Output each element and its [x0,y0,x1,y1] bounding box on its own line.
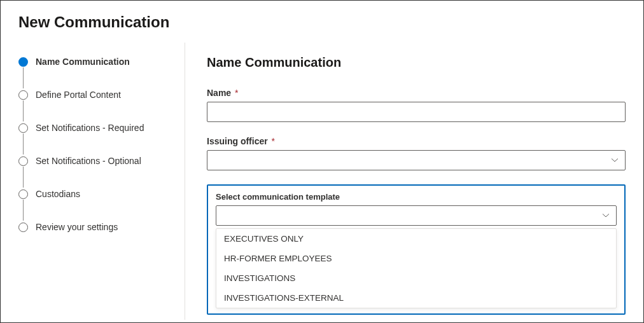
issuing-officer-label-text: Issuing officer [207,136,268,146]
step-list: Name Communication Define Portal Content… [18,55,172,233]
main-content: Name Communication Name * Issuing office… [185,43,643,320]
step-indicator-icon [18,90,28,100]
issuing-officer-dropdown[interactable] [207,150,626,170]
template-dropdown[interactable] [216,205,617,226]
step-label: Set Notifications - Required [36,123,144,133]
step-label: Name Communication [36,57,130,67]
template-option[interactable]: INVESTIGATIONS [216,268,616,288]
step-label: Custodians [36,189,80,199]
step-indicator-icon [18,123,28,133]
required-indicator: * [269,136,275,146]
step-label: Review your settings [36,222,118,232]
name-label: Name * [207,88,626,98]
name-label-text: Name [207,88,231,98]
template-option[interactable]: EXECUTIVES ONLY [216,229,616,249]
step-indicator-icon [18,57,28,67]
step-indicator-icon [18,156,28,166]
wizard-steps-sidebar: Name Communication Define Portal Content… [1,43,185,320]
issuing-officer-label: Issuing officer * [207,136,626,146]
step-set-notifications-optional[interactable]: Set Notifications - Optional [18,155,172,167]
step-indicator-icon [18,189,28,199]
field-name: Name * [207,88,626,122]
template-label: Select communication template [216,192,617,202]
step-indicator-icon [18,223,28,232]
chevron-down-icon [611,158,619,163]
chevron-down-icon [602,213,610,218]
step-label: Define Portal Content [36,90,121,100]
name-input[interactable] [207,102,626,122]
template-highlight-box: Select communication template EXECUTIVES… [207,184,626,315]
template-option[interactable]: HR-FORMER EMPLOYEES [216,249,616,268]
step-set-notifications-required[interactable]: Set Notifications - Required [18,121,172,134]
step-custodians[interactable]: Custodians [18,188,172,200]
section-title: Name Communication [207,55,626,70]
page-title: New Communication [18,13,626,31]
page-header: New Communication [1,1,643,43]
required-indicator: * [232,88,238,98]
step-define-portal-content[interactable]: Define Portal Content [18,88,172,101]
step-label: Set Notifications - Optional [36,156,141,166]
field-issuing-officer: Issuing officer * [207,136,626,170]
step-review-settings[interactable]: Review your settings [18,221,172,233]
template-option[interactable]: INVESTIGATIONS-EXTERNAL [216,288,616,308]
layout: Name Communication Define Portal Content… [1,43,643,320]
step-name-communication[interactable]: Name Communication [18,55,172,68]
template-options-flyout: EXECUTIVES ONLY HR-FORMER EMPLOYEES INVE… [216,228,617,308]
